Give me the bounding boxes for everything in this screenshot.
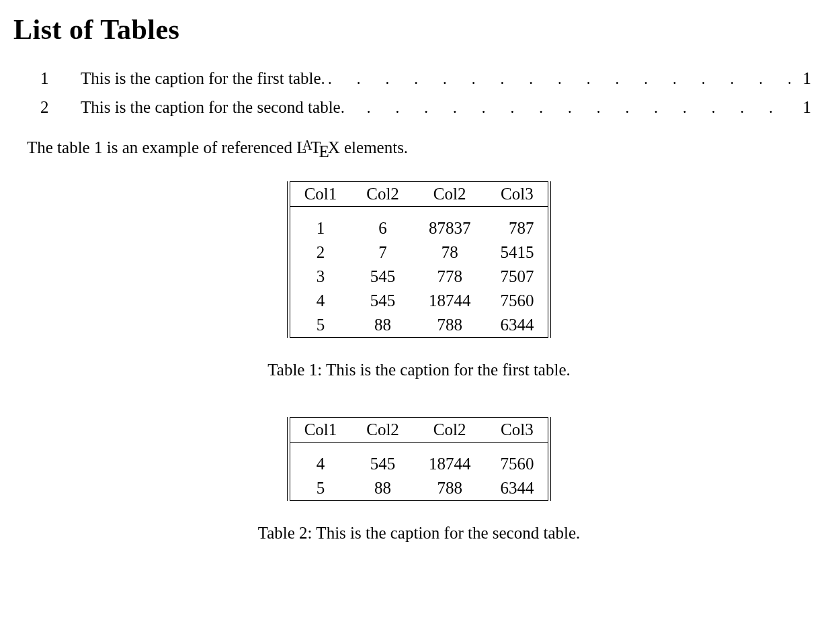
lot-entry: 1 This is the caption for the first tabl… [40, 64, 811, 93]
table-cell: 88 [351, 476, 414, 501]
table-cell: 6344 [485, 476, 548, 501]
table-row: 5 88 788 6344 [290, 313, 549, 338]
table-2-caption: Table 2: This is the caption for the sec… [13, 524, 825, 543]
caption-text: This is the caption for the first table. [326, 361, 571, 379]
table-cell: 78 [414, 240, 486, 265]
table-row: 4 545 18744 7560 [290, 289, 549, 313]
table-cell: 5 [290, 476, 352, 501]
table-row: Col1 Col2 Col2 Col3 [290, 181, 549, 206]
table-row: 3 545 778 7507 [290, 265, 549, 289]
table-row: 1 6 87837 787 [290, 216, 549, 240]
table-header-cell: Col2 [414, 181, 486, 206]
table-header-cell: Col3 [485, 181, 548, 206]
table-row: 2 7 78 5415 [290, 240, 549, 265]
lot-entry-page: 1 [791, 93, 811, 122]
table-cell: 3 [290, 265, 352, 289]
table-row: 5 88 788 6344 [290, 476, 549, 501]
lot-entry-page: 1 [791, 64, 811, 93]
table-cell: 18744 [414, 452, 486, 476]
caption-label: Table 2: [258, 524, 312, 542]
table-cell: 6 [351, 216, 414, 240]
table-cell: 5 [290, 313, 352, 338]
table-cell: 88 [351, 313, 414, 338]
caption-label: Table 1: [267, 361, 322, 379]
table-cell: 87837 [414, 216, 486, 240]
table-cell: 788 [414, 313, 486, 338]
table-2-grid: Col1 Col2 Col2 Col3 4 545 18744 7560 5 8… [290, 417, 549, 501]
table-cell: 7 [351, 240, 414, 265]
table-cell: 18744 [414, 289, 486, 313]
table-1: Col1 Col2 Col2 Col3 1 6 87837 787 2 7 78… [13, 181, 825, 342]
table-1-caption: Table 1: This is the caption for the fir… [13, 361, 825, 379]
table-1-frame: Col1 Col2 Col2 Col3 1 6 87837 787 2 7 78… [287, 181, 552, 338]
lot-entry-caption: This is the caption for the second table… [81, 93, 345, 122]
table-2: Col1 Col2 Col2 Col3 4 545 18744 7560 5 8… [13, 417, 825, 505]
table-cell: 2 [290, 240, 352, 265]
lot-entry-number: 1 [40, 64, 81, 93]
table-cell: 7560 [485, 289, 548, 313]
lot-entry-caption: This is the caption for the first table. [81, 64, 325, 93]
table-cell: 545 [351, 452, 414, 476]
table-cell: 7560 [485, 452, 548, 476]
table-header-cell: Col2 [351, 417, 414, 442]
table-header-cell: Col1 [290, 181, 352, 206]
table-cell: 545 [351, 265, 414, 289]
table-cell: 5415 [485, 240, 548, 265]
table-2-frame: Col1 Col2 Col2 Col3 4 545 18744 7560 5 8… [287, 417, 552, 501]
table-cell: 7507 [485, 265, 548, 289]
table-header-cell: Col2 [351, 181, 414, 206]
list-of-tables-heading: List of Tables [13, 13, 825, 46]
table-1-grid: Col1 Col2 Col2 Col3 1 6 87837 787 2 7 78… [290, 181, 549, 338]
body-paragraph: The table 1 is an example of referenced … [27, 138, 825, 161]
table-row: Col1 Col2 Col2 Col3 [290, 417, 549, 442]
table-cell: 1 [290, 216, 352, 240]
table-cell: 6344 [485, 313, 548, 338]
body-text-pre: The table 1 is an example of referenced [27, 138, 296, 156]
lot-dot-leader: . . . . . . . . . . . . . . . . [345, 93, 791, 122]
list-of-tables: 1 This is the caption for the first tabl… [40, 64, 811, 122]
body-text-post: elements. [340, 138, 408, 156]
lot-entry: 2 This is the caption for the second tab… [40, 93, 811, 122]
table-cell: 4 [290, 289, 352, 313]
table-cell: 788 [414, 476, 486, 501]
lot-dot-leader: . . . . . . . . . . . . . . . . . . . [325, 64, 791, 93]
caption-text: This is the caption for the second table… [316, 524, 580, 542]
table-cell: 778 [414, 265, 486, 289]
table-header-cell: Col3 [485, 417, 548, 442]
table-cell: 545 [351, 289, 414, 313]
table-row: 4 545 18744 7560 [290, 452, 549, 476]
table-header-cell: Col2 [414, 417, 486, 442]
table-header-cell: Col1 [290, 417, 352, 442]
lot-entry-number: 2 [40, 93, 81, 122]
table-cell: 4 [290, 452, 352, 476]
latex-logo: LATEX [296, 138, 340, 156]
table-cell: 787 [485, 216, 548, 240]
